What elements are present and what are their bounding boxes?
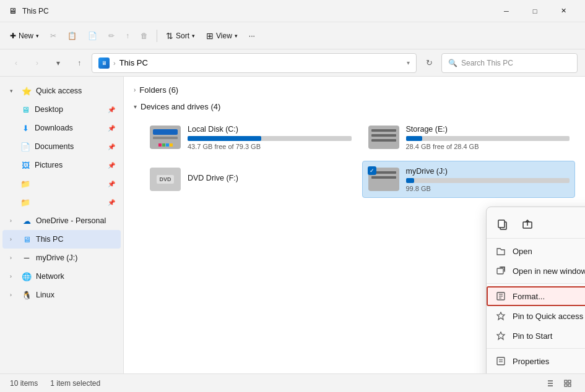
- drive-info-e: Storage (E:) 28.4 GB free of 28.4 GB: [406, 125, 570, 150]
- ctx-properties[interactable]: Properties Alt+Enter: [487, 351, 585, 371]
- ctx-open-new-icon: [495, 265, 506, 276]
- pin-icon: 📌: [107, 142, 116, 151]
- thispc-chevron-icon: ›: [10, 236, 17, 242]
- refresh-button[interactable]: ↻: [420, 54, 438, 72]
- pin-icon: 📌: [107, 198, 116, 207]
- minimize-button[interactable]: ─: [492, 0, 521, 22]
- more-button[interactable]: ···: [244, 26, 260, 46]
- ctx-open[interactable]: Open Enter: [487, 241, 585, 261]
- sidebar-item-documents[interactable]: 📄 Documents 📌: [2, 137, 121, 156]
- cut-button[interactable]: ✂: [45, 26, 61, 46]
- ctx-share-icon-btn[interactable]: [516, 213, 539, 236]
- ctx-pin-quick[interactable]: Pin to Quick access: [487, 306, 585, 326]
- devices-section-header[interactable]: ▾ Devices and drives (4): [134, 98, 575, 115]
- drive-bar-c: [188, 136, 352, 141]
- context-menu: Open Enter Open in new window Format...: [486, 207, 585, 373]
- sidebar-item-folder2[interactable]: 📁 📌: [2, 193, 121, 211]
- sidebar-item-pictures[interactable]: 🖼 Pictures 📌: [2, 156, 121, 174]
- toolbar-separator: [157, 30, 157, 42]
- svg-rect-17: [565, 384, 567, 386]
- new-chevron-icon: ▾: [36, 33, 39, 39]
- folder-icon: 📁: [20, 197, 31, 208]
- up-button[interactable]: ↑: [71, 54, 88, 72]
- delete-button[interactable]: 🗑: [136, 26, 153, 46]
- sidebar-item-downloads[interactable]: ⬇ Downloads 📌: [2, 119, 121, 137]
- share-icon: ↑: [126, 32, 129, 40]
- new-plus-icon: ✚: [10, 32, 16, 40]
- sidebar-item-mydrive[interactable]: › ─ myDrive (J:): [2, 249, 121, 267]
- sidebar-item-this-pc[interactable]: › 🖥 This PC: [2, 230, 121, 249]
- dropdown-button[interactable]: ▾: [50, 54, 67, 72]
- sidebar-item-quick-access[interactable]: ▾ ⭐ Quick access: [2, 82, 121, 100]
- sidebar-item-desktop[interactable]: 🖥 Desktop 📌: [2, 100, 121, 119]
- ctx-format[interactable]: Format...: [487, 286, 585, 306]
- grid-view-button[interactable]: [560, 376, 575, 391]
- linux-chevron-icon: ›: [10, 292, 17, 298]
- onedrive-chevron-icon: ›: [10, 218, 17, 224]
- address-dropdown-icon: ▾: [407, 59, 410, 66]
- drive-grid: Local Disk (C:) 43.7 GB free of 79.3 GB: [134, 115, 575, 202]
- ctx-pin-quick-icon: [495, 310, 506, 322]
- close-button[interactable]: ✕: [549, 0, 578, 22]
- items-count: 10 items: [10, 379, 38, 388]
- share-button[interactable]: ↑: [121, 26, 134, 46]
- sort-chevron-icon: ▾: [192, 33, 195, 39]
- desktop-icon: 🖥: [20, 104, 31, 115]
- breadcrumb-icon: 🖥: [98, 58, 110, 69]
- back-button[interactable]: ‹: [7, 54, 25, 72]
- ctx-separator-1: [487, 283, 585, 284]
- maximize-button[interactable]: □: [521, 0, 549, 22]
- drive-item-f[interactable]: DVD DVD Drive (F:): [144, 161, 357, 198]
- sidebar-item-linux[interactable]: › 🐧 Linux: [2, 286, 121, 304]
- sidebar-item-folder1[interactable]: 📁 📌: [2, 174, 121, 193]
- drive-bar-j: [406, 178, 570, 183]
- search-box[interactable]: 🔍 Search This PC: [441, 53, 578, 73]
- sidebar-item-onedrive[interactable]: › ☁ OneDrive - Personal: [2, 211, 121, 230]
- sidebar: ▾ ⭐ Quick access 🖥 Desktop 📌 ⬇ Downloads…: [0, 77, 124, 373]
- toolbar: ✚ New ▾ ✂ 📋 📄 ✏ ↑ 🗑 ⇅ Sort ▾ ⊞ View ▾ ··…: [0, 22, 585, 49]
- drive-info-j: myDrive (J:) 99.8 GB: [406, 167, 570, 192]
- ctx-copy-icon-btn[interactable]: [492, 213, 514, 236]
- view-chevron-icon: ▾: [235, 33, 238, 39]
- pin-icon: 📌: [107, 161, 116, 169]
- ctx-open-new-window[interactable]: Open in new window: [487, 261, 585, 281]
- svg-rect-4: [497, 268, 503, 274]
- status-bar: 10 items 1 item selected: [0, 373, 585, 392]
- address-input[interactable]: 🖥 › This PC ▾: [92, 53, 417, 73]
- view-icon: ⊞: [206, 31, 214, 41]
- rename-button[interactable]: ✏: [103, 26, 119, 46]
- folders-chevron-icon: ›: [134, 87, 136, 93]
- drive-thumb-e: [368, 124, 400, 150]
- network-chevron-icon: ›: [10, 273, 17, 279]
- drive-item-j[interactable]: ✓ myDrive (J:) 99.8 GB: [362, 161, 576, 198]
- mydrive-chevron-icon: ›: [10, 255, 17, 261]
- sort-button[interactable]: ⇅ Sort ▾: [161, 26, 200, 46]
- ctx-separator-2: [487, 348, 585, 349]
- folders-section-title: Folders (6): [139, 85, 178, 95]
- title-bar-text: This PC: [22, 7, 487, 15]
- thispc-icon: 🖥: [21, 234, 32, 245]
- selected-count: 1 item selected: [50, 379, 100, 388]
- forward-button[interactable]: ›: [28, 54, 46, 72]
- copy-icon: 📋: [67, 32, 77, 40]
- ctx-properties-icon: [495, 356, 506, 367]
- pin-icon: 📌: [107, 124, 116, 132]
- new-button[interactable]: ✚ New ▾: [5, 26, 44, 46]
- drive-item-c[interactable]: Local Disk (C:) 43.7 GB free of 79.3 GB: [144, 119, 357, 156]
- list-view-button[interactable]: [543, 376, 558, 391]
- ctx-pin-start[interactable]: Pin to Start: [487, 326, 585, 346]
- drive-thumb-f: DVD: [149, 166, 181, 192]
- drive-info-f: DVD Drive (F:): [188, 174, 352, 185]
- drive-item-e[interactable]: Storage (E:) 28.4 GB free of 28.4 GB: [362, 119, 576, 156]
- svg-rect-18: [568, 384, 571, 386]
- downloads-icon: ⬇: [20, 122, 31, 134]
- paste-button[interactable]: 📄: [83, 26, 102, 46]
- devices-chevron-icon: ▾: [134, 103, 137, 110]
- copy-button[interactable]: 📋: [63, 26, 82, 46]
- sidebar-item-network[interactable]: › 🌐 Network: [2, 267, 121, 286]
- folders-section-header[interactable]: › Folders (6): [134, 82, 575, 98]
- ctx-open-icon: [495, 245, 506, 257]
- paste-icon: 📄: [88, 32, 97, 40]
- cut-icon: ✂: [50, 32, 56, 40]
- view-button[interactable]: ⊞ View ▾: [201, 26, 243, 46]
